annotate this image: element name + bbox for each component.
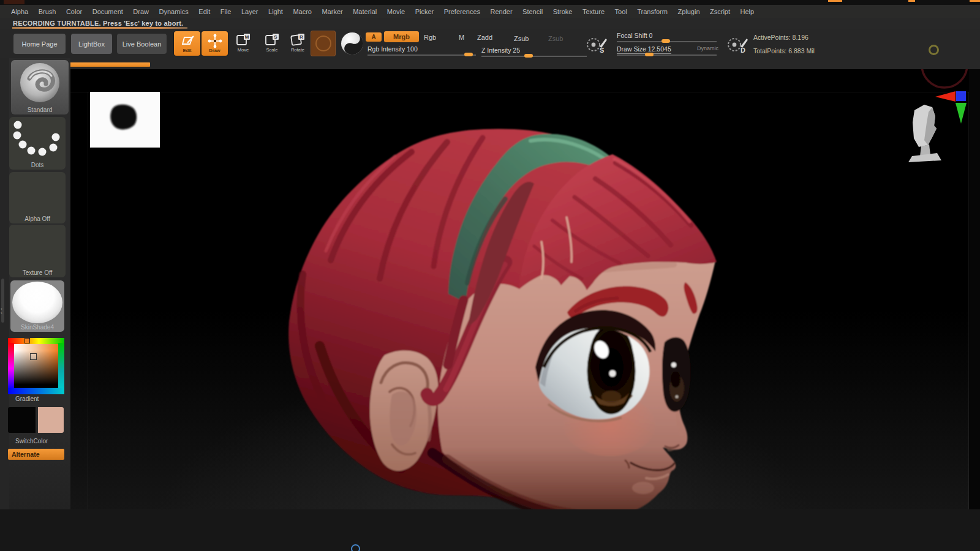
turntable-progress-bar	[69, 62, 150, 67]
rgb-intensity-slider[interactable]	[368, 54, 476, 56]
menu-item-zscript[interactable]: Zscript	[710, 8, 730, 15]
draw-button[interactable]: Draw	[202, 31, 228, 56]
focal-shift-handle[interactable]	[662, 39, 670, 43]
alpha-preview-box	[90, 92, 160, 148]
window-top-strip	[0, 0, 980, 5]
menu-item-color[interactable]: Color	[66, 8, 82, 15]
recording-message: RECORDING TURNTABLE. Press 'Esc' key to …	[13, 20, 183, 27]
axis-y-cone	[956, 103, 967, 124]
menu-item-tool[interactable]: Tool	[615, 8, 627, 15]
move-tool[interactable]: M Move	[232, 32, 254, 53]
menu-item-texture[interactable]: Texture	[582, 8, 605, 15]
dynamic-toggle[interactable]: Dynamic	[697, 45, 718, 51]
menu-item-document[interactable]: Document	[92, 8, 123, 15]
menu-item-zplugin[interactable]: Zplugin	[677, 8, 699, 15]
menu-item-edit[interactable]: Edit	[198, 8, 210, 15]
skinshade4-sphere	[12, 282, 62, 323]
menu-item-material[interactable]: Material	[353, 8, 377, 15]
brush-d-indicator[interactable]: D	[726, 37, 750, 56]
svg-text:S: S	[600, 47, 604, 54]
top-strip-orange-segment	[970, 0, 980, 2]
canvas-right-strip	[969, 69, 980, 509]
menu-item-preferences[interactable]: Preferences	[444, 8, 480, 15]
top-strip-red-patch	[4, 0, 24, 4]
mode-rgb-button[interactable]: Rgb	[424, 34, 436, 41]
active-points-stat: ActivePoints: 8.196	[753, 34, 809, 41]
menu-item-macro[interactable]: Macro	[293, 8, 312, 15]
z-intensity-slider[interactable]	[481, 56, 587, 57]
menu-item-draw[interactable]: Draw	[133, 8, 149, 15]
draw-icon	[207, 34, 223, 48]
svg-text:R: R	[300, 34, 303, 40]
material-slot[interactable]	[311, 31, 336, 56]
sculpt-canvas[interactable]	[70, 69, 969, 509]
brush-thumbnail-standard[interactable]: Standard	[11, 60, 69, 114]
panel-divider-arrows[interactable]: ‹›	[1, 307, 2, 315]
menu-item-transform[interactable]: Transform	[637, 8, 668, 15]
material-slot-emblem	[315, 36, 331, 51]
alternate-button[interactable]: Alternate	[8, 449, 64, 460]
menu-item-movie[interactable]: Movie	[387, 8, 405, 15]
menu-item-help[interactable]: Help	[741, 8, 755, 15]
current-material-sphere[interactable]	[341, 32, 364, 55]
menu-item-render[interactable]: Render	[491, 8, 513, 15]
zbrush-app: Alpha Brush Color Document Draw Dynamics…	[0, 0, 980, 551]
rgb-intensity-handle[interactable]	[464, 53, 473, 56]
zcut-button[interactable]: Zsub	[548, 35, 563, 42]
draw-size-slider[interactable]	[617, 54, 717, 56]
camera-gizmo-head[interactable]	[908, 105, 941, 162]
svg-text:D: D	[741, 47, 745, 54]
alpha-blob-icon	[90, 92, 160, 148]
hue-strip-left	[8, 343, 14, 389]
sidebar-scrollbar[interactable]	[1, 279, 4, 323]
texture-thumbnail-off[interactable]: Texture Off	[9, 225, 66, 277]
z-intensity-handle[interactable]	[524, 54, 533, 58]
home-page-button[interactable]: Home Page	[13, 34, 66, 54]
focal-shift-label: Focal Shift 0	[617, 32, 652, 39]
zsub-button[interactable]: Zsub	[514, 35, 529, 42]
far-eye	[662, 337, 691, 412]
menu-item-alpha[interactable]: Alpha	[11, 8, 28, 15]
top-strip-orange-segment	[828, 0, 842, 2]
primary-color-swatch[interactable]	[8, 407, 36, 433]
top-strip-orange-segment	[908, 0, 915, 2]
lightbox-button[interactable]: LightBox	[71, 34, 112, 54]
menu-item-light[interactable]: Light	[268, 8, 283, 15]
edit-button[interactable]: Edit	[174, 31, 200, 56]
menu-item-brush[interactable]: Brush	[39, 8, 56, 15]
sculpted-head-model[interactable]	[288, 129, 717, 509]
scale-icon: S	[265, 32, 279, 47]
menu-item-dynamics[interactable]: Dynamics	[159, 8, 189, 15]
saturation-square	[14, 344, 58, 388]
material-thumbnail-skinshade4[interactable]: SkinShade4	[10, 280, 64, 332]
menu-item-stencil[interactable]: Stencil	[522, 8, 543, 15]
live-boolean-button[interactable]: Live Boolean	[117, 34, 167, 54]
menu-item-picker[interactable]: Picker	[415, 8, 434, 15]
menu-item-stroke[interactable]: Stroke	[553, 8, 573, 15]
mode-mrgb-button[interactable]: Mrgb	[384, 31, 419, 42]
mode-a-button[interactable]: A	[366, 32, 382, 42]
menu-item-file[interactable]: File	[221, 8, 232, 15]
menu-item-marker[interactable]: Marker	[322, 8, 342, 15]
hue-selector[interactable]	[24, 338, 30, 343]
scale-tool[interactable]: S Scale	[261, 32, 283, 53]
axis-gizmo[interactable]	[935, 91, 967, 124]
menu-item-layer[interactable]: Layer	[241, 8, 258, 15]
draw-size-handle[interactable]	[645, 53, 654, 56]
stroke-thumbnail-dots[interactable]: Dots	[9, 117, 66, 170]
rotate-tool[interactable]: R Rotate	[287, 32, 309, 53]
alpha-thumbnail-off[interactable]: Alpha Off	[9, 172, 66, 223]
color-selector[interactable]	[30, 353, 37, 360]
left-tray-sidebar: Standard Dots Alpha Off Texture Off Skin…	[9, 58, 70, 509]
mode-m-button[interactable]: M	[459, 34, 464, 41]
bottom-strip	[0, 509, 980, 551]
brush-s-indicator[interactable]: S	[585, 37, 609, 56]
zadd-button[interactable]: Zadd	[477, 34, 492, 41]
switchcolor-label: SwitchColor	[15, 438, 64, 444]
rgb-intensity-label: Rgb Intensity 100	[368, 45, 418, 53]
recording-underline	[12, 27, 187, 29]
color-picker-gradient[interactable]	[8, 338, 64, 394]
material-sphere-icon	[341, 32, 364, 55]
dots-stroke-icon	[9, 117, 66, 160]
secondary-color-swatch[interactable]	[38, 407, 64, 433]
